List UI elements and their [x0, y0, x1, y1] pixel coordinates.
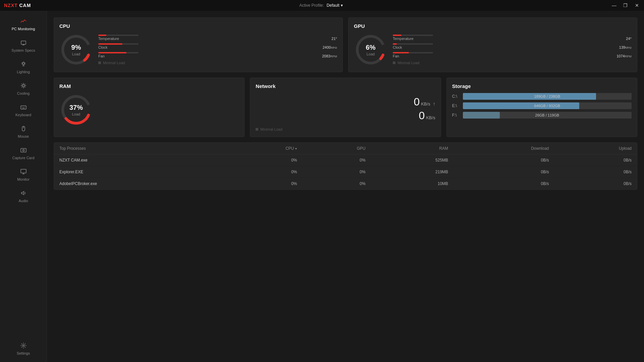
col-process-name: Top Processes [54, 143, 224, 154]
ram-gauge-text: 37% Load [69, 104, 83, 116]
cpu-card: CPU 9% Load [54, 17, 343, 72]
cpu-minimal-load: Minimal Load [98, 61, 337, 65]
sidebar-item-system-specs[interactable]: System Specs [0, 35, 47, 56]
cpu-fan-label: Fan [98, 54, 105, 58]
storage-drive-f-bar: 26GB / 119GB [463, 112, 632, 119]
process-3-download: 0B/s [453, 178, 554, 190]
process-2-cpu: 0% [224, 166, 302, 178]
cpu-clock-label: Clock [98, 45, 108, 49]
ram-gauge: 37% Load [59, 93, 93, 127]
ram-load-percent: 37% [69, 104, 83, 111]
storage-drive-f: F:\ 26GB / 119GB [452, 112, 632, 119]
audio-icon [20, 189, 27, 197]
settings-icon [20, 342, 27, 349]
sidebar-item-mouse[interactable]: Mouse [0, 121, 47, 142]
sidebar-item-audio[interactable]: Audio [0, 185, 47, 207]
svg-point-13 [22, 85, 24, 87]
sidebar-item-monitor[interactable]: Monitor [0, 164, 47, 185]
network-download-speed: 0 [419, 109, 425, 122]
window-controls: — ❐ ✕ [611, 2, 640, 8]
process-2-download: 0B/s [453, 166, 554, 178]
sidebar-item-keyboard[interactable]: Keyboard [0, 99, 47, 121]
storage-drives-list: C:\ 189GB / 238GB E:\ 646GB / 932GB [452, 93, 632, 119]
sidebar-item-settings[interactable]: Settings [0, 338, 47, 359]
gpu-temp-label: Temperature [393, 37, 414, 41]
gpu-gauge: 6% Load [354, 33, 387, 66]
storage-drive-e-letter: E:\ [452, 103, 460, 108]
process-1-cpu: 0% [224, 154, 302, 166]
gpu-minimal-dot [393, 61, 395, 64]
svg-line-20 [24, 84, 25, 85]
cpu-temp-label: Temperature [98, 37, 119, 41]
network-upload-speed: 0 [414, 96, 420, 108]
sidebar-capture-card-label: Capture Card [12, 156, 34, 160]
svg-line-8 [22, 62, 22, 63]
storage-drive-f-letter: F:\ [452, 113, 460, 118]
col-upload: Upload [554, 143, 637, 154]
sidebar-item-lighting[interactable]: Lighting [0, 56, 47, 78]
processes-table: Top Processes CPU ▾ GPU RAM Download [54, 143, 637, 189]
capture-card-icon [20, 146, 27, 154]
gpu-fan-label: Fan [393, 54, 399, 58]
network-download-row: 0 KB/s [419, 109, 435, 122]
processes-header-row: Top Processes CPU ▾ GPU RAM Download [54, 143, 637, 154]
cpu-temp-row: Temperature 21° [98, 35, 337, 41]
table-row: Explorer.EXE 0% 0% 219MB 0B/s 0B/s [54, 166, 637, 178]
gpu-load-percent: 6% [366, 44, 376, 51]
process-2-gpu: 0% [302, 166, 371, 178]
logo-text: NZXT CAM [4, 3, 31, 8]
storage-drive-c-bar: 189GB / 238GB [463, 93, 632, 100]
table-row: AdobeIPCBroker.exe 0% 0% 10MB 0B/s 0B/s [54, 178, 637, 190]
process-2-ram: 219MB [371, 166, 453, 178]
process-3-gpu: 0% [302, 178, 371, 190]
profile-chevron-icon: ▾ [341, 3, 343, 8]
sidebar-monitor-label: Monitor [17, 177, 30, 181]
network-minimal-load: Minimal Load [256, 127, 435, 131]
ram-card: RAM 37% Load [54, 78, 245, 137]
ram-title: RAM [59, 83, 239, 89]
sidebar-audio-label: Audio [18, 199, 28, 203]
svg-line-19 [24, 87, 25, 88]
process-2-upload: 0B/s [554, 166, 637, 178]
sidebar-keyboard-label: Keyboard [15, 113, 31, 117]
maximize-button[interactable]: ❐ [623, 2, 629, 8]
svg-point-34 [22, 345, 24, 347]
process-3-ram: 10MB [371, 178, 453, 190]
svg-rect-31 [21, 169, 26, 173]
close-button[interactable]: ✕ [634, 2, 640, 8]
top-row: CPU 9% Load [54, 17, 637, 72]
svg-line-18 [21, 84, 22, 85]
sidebar-settings-label: Settings [17, 351, 30, 355]
minimize-button[interactable]: — [611, 2, 617, 8]
storage-drive-c-fill [463, 93, 596, 100]
col-gpu: GPU [302, 143, 371, 154]
keyboard-icon [20, 103, 27, 111]
storage-drive-c-label: 189GB / 238GB [534, 94, 560, 98]
sidebar-item-pc-monitoring[interactable]: PC Monitoring [0, 13, 47, 35]
network-speeds: 0 KB/s ↑ 0 KB/s [256, 93, 435, 125]
sidebar-item-capture-card[interactable]: Capture Card [0, 142, 47, 164]
gpu-clock-label: Clock [393, 45, 402, 49]
active-profile-section: Active Profile: Default ▾ [299, 3, 342, 8]
sidebar-mouse-label: Mouse [18, 134, 29, 138]
storage-drive-e-fill [463, 102, 579, 109]
svg-line-10 [24, 62, 25, 63]
svg-line-11 [22, 64, 22, 65]
pc-monitoring-icon [20, 17, 27, 25]
main-content: CPU 9% Load [47, 11, 644, 362]
sidebar-system-specs-label: System Specs [11, 48, 35, 52]
gpu-card: GPU 6% Load [348, 17, 637, 72]
process-1-ram: 525MB [371, 154, 453, 166]
col-cpu[interactable]: CPU ▾ [224, 143, 302, 154]
sidebar-item-cooling[interactable]: Cooling [0, 78, 47, 99]
sidebar-lighting-label: Lighting [17, 70, 30, 74]
lighting-icon [20, 60, 27, 68]
process-2-name: Explorer.EXE [54, 166, 224, 178]
network-title: Network [256, 83, 435, 89]
cpu-title: CPU [59, 23, 337, 29]
svg-rect-29 [21, 148, 26, 152]
system-specs-icon [20, 39, 27, 46]
svg-rect-22 [21, 106, 26, 109]
gpu-gauge-text: 6% Load [366, 44, 376, 56]
profile-selector[interactable]: Default ▾ [327, 3, 343, 8]
